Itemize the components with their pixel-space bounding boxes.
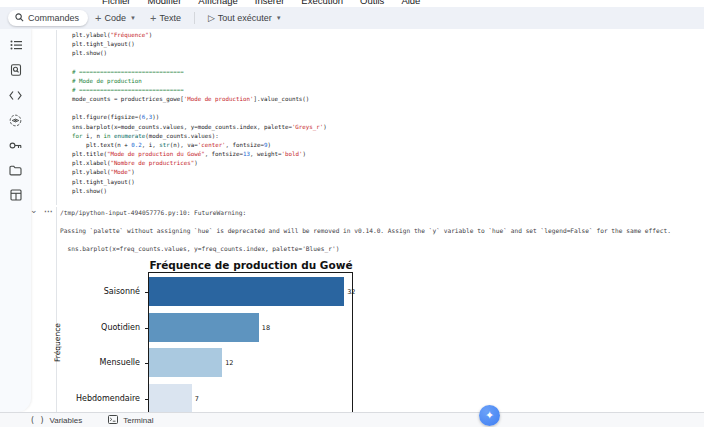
category-label: Hebdomendaire	[40, 394, 140, 403]
chart-title: Fréquence de production du Gowé	[148, 259, 354, 271]
code-cell-border	[56, 30, 57, 205]
bar-quotidien	[149, 313, 259, 342]
add-text-button[interactable]: + Texte	[143, 10, 188, 26]
code-line: # ==============================	[72, 86, 692, 95]
menu-bar: FichierModifierAffichageInsérerExécution…	[0, 0, 704, 7]
braces-icon: ( )	[30, 416, 44, 425]
warning-line: /tmp/ipython-input-494057776.py:10: Futu…	[60, 208, 700, 217]
chevron-down-icon: ▼	[276, 15, 282, 21]
code-snippets-icon[interactable]	[9, 88, 23, 102]
menu-item-exécution[interactable]: Exécution	[301, 0, 343, 6]
terminal-panel-button[interactable]: Terminal	[108, 415, 153, 426]
plus-icon: +	[150, 13, 156, 24]
collapse-output-chevron-icon[interactable]: ⌄	[30, 205, 38, 215]
add-code-label: Code	[104, 13, 126, 23]
bar-chart-output: Fréquence de production du Gowé Fréquenc…	[60, 260, 360, 412]
secrets-key-icon[interactable]	[9, 138, 23, 152]
warning-line: sns.barplot(x=freq_counts.values, y=freq…	[60, 244, 700, 253]
code-line	[72, 104, 692, 113]
warning-line	[60, 235, 700, 244]
eye-scan-icon[interactable]	[9, 113, 23, 127]
status-bar: ( ) Variables Terminal	[0, 412, 704, 427]
commands-label: Commandes	[28, 13, 79, 23]
warning-line	[60, 217, 700, 226]
files-folder-icon[interactable]	[9, 163, 23, 177]
variables-label: Variables	[49, 416, 82, 425]
code-line: # ==============================	[72, 68, 692, 77]
play-icon: ▷	[208, 13, 215, 23]
code-line: sns.barplot(x=mode_counts.values, y=mode…	[72, 123, 692, 132]
commands-button[interactable]: Commandes	[8, 10, 88, 26]
output-cell-border	[56, 207, 57, 412]
bar-hebdomendaire	[149, 384, 192, 413]
axis-tick	[145, 328, 149, 329]
category-label: Quotidien	[40, 323, 140, 332]
code-line: mode_counts = productrices_gowe['Mode de…	[72, 95, 692, 104]
code-line: plt.ylabel("Fréquence")	[72, 31, 692, 40]
menu-item-aide[interactable]: Aide	[401, 0, 420, 6]
code-line: for i, n in enumerate(mode_counts.values…	[72, 132, 692, 141]
code-line: plt.figure(figsize=(6,3))	[72, 113, 692, 122]
code-line: # Mode de production	[72, 77, 692, 86]
menu-item-outils[interactable]: Outils	[360, 0, 384, 6]
code-line: plt.show()	[72, 49, 692, 58]
category-label: Mensuelle	[40, 358, 140, 367]
code-line: plt.tight_layout()	[72, 40, 692, 49]
value-label: 32	[347, 288, 355, 296]
find-replace-icon[interactable]	[9, 63, 23, 77]
menu-item-modifier[interactable]: Modifier	[148, 0, 182, 6]
menu-item-insérer[interactable]: Insérer	[255, 0, 285, 6]
toolbar-divider	[194, 12, 195, 24]
future-warning-text: /tmp/ipython-input-494057776.py:10: Futu…	[60, 208, 700, 253]
search-icon	[15, 13, 24, 24]
code-line: plt.title("Mode de production du Gowé", …	[72, 150, 692, 159]
value-label: 7	[195, 395, 199, 403]
gemini-spark-button[interactable]: ✦	[479, 405, 500, 426]
chevron-down-icon: ▼	[130, 15, 136, 21]
axis-tick	[145, 363, 149, 364]
left-sidebar	[0, 29, 31, 412]
value-label: 18	[262, 324, 270, 332]
code-line	[72, 58, 692, 67]
table-of-contents-icon[interactable]	[9, 38, 23, 52]
code-line: plt.ylabel("Mode")	[72, 168, 692, 177]
output-more-options-icon[interactable]: ⋯	[44, 207, 53, 216]
variables-panel-button[interactable]: ( ) Variables	[30, 416, 82, 425]
plus-icon: +	[95, 13, 101, 24]
axis-tick	[145, 292, 149, 293]
add-text-label: Texte	[159, 13, 181, 23]
code-line: plt.tight_layout()	[72, 178, 692, 187]
run-all-label: Tout exécuter	[218, 13, 272, 23]
spark-icon: ✦	[485, 410, 494, 421]
colab-notebook-window: FichierModifierAffichageInsérerExécution…	[0, 0, 704, 427]
bar-saisonné	[149, 277, 344, 306]
code-editor[interactable]: plt.ylabel("Fréquence")plt.tight_layout(…	[72, 31, 692, 196]
bar-mensuelle	[149, 348, 222, 377]
value-label: 12	[225, 359, 233, 367]
code-line: plt.text(n + 0.2, i, str(n), va='center'…	[72, 141, 692, 150]
terminal-icon	[108, 415, 118, 426]
notebook-toolbar: Commandes + Code ▼ + Texte ▷ Tout exécut…	[0, 7, 704, 29]
category-label: Saisonné	[40, 287, 140, 296]
chart-plot-area: Saisonné32Quotidien18Mensuelle12Hebdomen…	[148, 272, 353, 427]
data-table-icon[interactable]	[9, 188, 23, 202]
run-all-button[interactable]: ▷ Tout exécuter ▼	[201, 10, 289, 26]
menu-item-fichier[interactable]: Fichier	[102, 0, 131, 6]
add-code-button[interactable]: + Code ▼	[88, 10, 143, 26]
code-line: plt.show()	[72, 187, 692, 196]
axis-tick	[145, 399, 149, 400]
warning-line: Passing `palette` without assigning `hue…	[60, 226, 700, 235]
code-line: plt.xlabel("Nombre de productrices")	[72, 159, 692, 168]
terminal-label: Terminal	[123, 416, 153, 425]
menu-item-affichage[interactable]: Affichage	[198, 0, 237, 6]
